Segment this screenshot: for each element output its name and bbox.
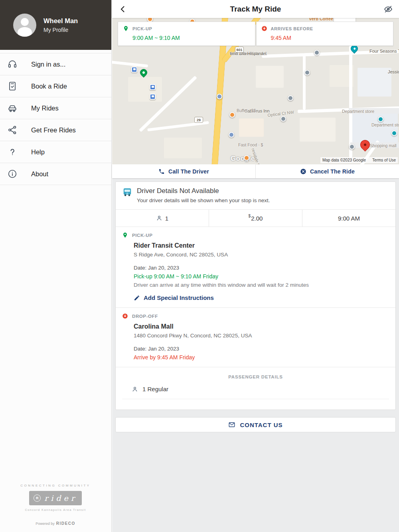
powered-brand: RIDECO bbox=[56, 521, 75, 526]
map-label: JCPenneyDepartment store bbox=[342, 109, 374, 114]
booking-icon bbox=[7, 81, 18, 91]
map-label: Wendy'sFast Food · $ bbox=[238, 142, 263, 148]
headset-icon bbox=[7, 59, 18, 69]
map-marker-transit bbox=[150, 94, 156, 100]
map-road bbox=[303, 54, 306, 110]
map-building bbox=[358, 68, 391, 97]
passenger-icon bbox=[132, 386, 138, 392]
ride-action-bar: Call The Driver Cancel The Ride bbox=[112, 164, 399, 178]
map-marker-shield: 601 bbox=[235, 47, 244, 53]
sidebar-item-label: Sign in as... bbox=[31, 61, 65, 68]
contact-us-button[interactable]: CONTACT US bbox=[115, 417, 396, 432]
passenger-row: 1 Regular bbox=[122, 386, 389, 399]
pickup-time: 9:00 AM bbox=[302, 210, 395, 227]
map-marker-shield: 29 bbox=[194, 117, 203, 123]
sidebar-item-label: About bbox=[31, 170, 48, 178]
sidebar-item-my-rides[interactable]: My Rides bbox=[0, 97, 111, 119]
pickup-summary-label: PICK-UP bbox=[132, 26, 152, 31]
sidebar-item-get-free-rides[interactable]: Get Free Rides bbox=[0, 119, 111, 141]
chevron-left-icon bbox=[118, 4, 128, 14]
trip-summary: PICK-UP 9:00 AM ~ 9:10 AM ARRIVES BEFORE… bbox=[118, 22, 393, 46]
dropoff-arrive-by: Arrive by 9:45 AM Friday bbox=[134, 354, 389, 361]
map-marker-dot-gray bbox=[304, 70, 310, 75]
avatar bbox=[13, 14, 36, 37]
sidebar-item-about[interactable]: About bbox=[0, 163, 111, 185]
bus-icon bbox=[122, 187, 132, 197]
pickup-place-name: Rider Transit Center bbox=[134, 242, 389, 249]
sidebar: Wheel Man My Profile Sign in as... Book … bbox=[0, 0, 112, 532]
app-header: Track My Ride bbox=[112, 0, 399, 18]
add-special-instructions-button[interactable]: Add Special Instructions bbox=[134, 294, 389, 301]
map-marker-dot-gray bbox=[349, 144, 355, 150]
agency-name: Concord Kannapolis Area Transit bbox=[0, 508, 111, 512]
info-icon bbox=[7, 169, 18, 179]
sidebar-item-label: Book a Ride bbox=[31, 83, 67, 90]
sidebar-item-book-a-ride[interactable]: Book a Ride bbox=[0, 75, 111, 97]
passenger-count-icon bbox=[156, 215, 162, 221]
call-driver-label: Call The Driver bbox=[168, 168, 209, 175]
dropoff-address: 1480 Concord Pkwy N, Concord, NC 28025, … bbox=[134, 333, 389, 339]
footer-tagline: CONNECTING COMMUNITY bbox=[0, 484, 111, 487]
dropoff-date: Date: Jan 20, 2023 bbox=[134, 346, 389, 352]
arrives-summary-card: ARRIVES BEFORE 9:45 AM bbox=[256, 22, 394, 46]
hide-map-button[interactable] bbox=[382, 3, 394, 15]
car-icon bbox=[7, 103, 18, 113]
map-building bbox=[164, 138, 202, 158]
back-button[interactable] bbox=[116, 2, 130, 16]
fare: $2.00 bbox=[209, 210, 302, 227]
powered-by: Powered byRIDECO bbox=[0, 521, 111, 526]
map-marker-dot-gray bbox=[288, 95, 293, 101]
map-road bbox=[349, 38, 352, 158]
sidebar-item-label: Help bbox=[31, 148, 45, 156]
arrives-summary-label: ARRIVES BEFORE bbox=[271, 26, 313, 31]
trip-stats: 1 $2.00 9:00 AM bbox=[116, 210, 395, 227]
share-icon bbox=[7, 125, 18, 135]
fare-currency: $ bbox=[249, 214, 251, 218]
ride-details-card: Driver Details Not Available Your driver… bbox=[115, 181, 396, 410]
dropoff-section: DROP-OFF Carolina Mall 1480 Concord Pkwy… bbox=[116, 308, 395, 367]
map-building bbox=[239, 118, 264, 137]
dropoff-icon bbox=[122, 313, 128, 319]
phone-icon bbox=[158, 168, 165, 175]
map-marker-transit bbox=[131, 67, 137, 73]
map-marker-dot-gray bbox=[314, 50, 320, 55]
envelope-icon bbox=[228, 421, 235, 428]
pickup-time-value: 9:00 AM bbox=[338, 215, 360, 222]
pickup-window: Pick-up 9:00 AM ~ 9:10 AM Friday bbox=[134, 273, 389, 280]
arrives-before-icon bbox=[261, 26, 267, 32]
map-data-credit: Map data ©2023 Google bbox=[322, 158, 366, 162]
question-icon bbox=[7, 147, 18, 157]
call-driver-button[interactable]: Call The Driver bbox=[112, 164, 256, 178]
rider-logo-mark: R bbox=[34, 495, 41, 502]
rider-logo: R rider bbox=[29, 491, 82, 505]
map[interactable]: Verb CoffeeFour Seasons TanningCarolina … bbox=[112, 18, 399, 164]
map-marker-dot-teal bbox=[378, 116, 383, 122]
passenger-count: 1 bbox=[116, 210, 209, 227]
sidebar-nav: Sign in as... Book a Ride My Rides Get F… bbox=[0, 53, 111, 185]
passenger-type-value: 1 Regular bbox=[142, 386, 168, 392]
terms-of-use-link[interactable]: Terms of Use bbox=[372, 158, 396, 162]
map-building bbox=[128, 77, 162, 102]
map-label: Carolina Ma...Shopping mall bbox=[370, 143, 397, 149]
dropoff-section-label: DROP-OFF bbox=[132, 314, 158, 319]
pickup-pin-icon bbox=[122, 232, 128, 238]
map-marker-dot-orange bbox=[229, 112, 235, 118]
cancel-ride-button[interactable]: Cancel The Ride bbox=[256, 164, 399, 178]
pickup-section-label: PICK-UP bbox=[132, 233, 152, 238]
contact-us-label: CONTACT US bbox=[240, 422, 282, 428]
map-label: BelkDepartment store bbox=[371, 122, 399, 128]
sidebar-item-help[interactable]: Help bbox=[0, 141, 111, 163]
sidebar-item-sign-in-as[interactable]: Sign in as... bbox=[0, 53, 111, 75]
pickup-date: Date: Jan 20, 2023 bbox=[134, 265, 389, 271]
sidebar-item-label: My Rides bbox=[31, 104, 59, 112]
passenger-count-value: 1 bbox=[165, 215, 168, 222]
passenger-details-heading: PASSENGER DETAILS bbox=[122, 374, 389, 379]
map-building bbox=[256, 66, 284, 88]
pickup-summary-window: 9:00 AM ~ 9:10 AM bbox=[132, 35, 250, 41]
cancel-circle-icon bbox=[300, 168, 306, 175]
driver-status-subtitle: Your driver details will be shown when y… bbox=[137, 197, 270, 203]
profile-header[interactable]: Wheel Man My Profile bbox=[0, 0, 111, 50]
sidebar-footer: CONNECTING COMMUNITY R rider Concord Kan… bbox=[0, 484, 111, 526]
arrives-summary-time: 9:45 AM bbox=[271, 35, 389, 41]
pickup-address: S Ridge Ave, Concord, NC 28025, USA bbox=[134, 252, 389, 258]
